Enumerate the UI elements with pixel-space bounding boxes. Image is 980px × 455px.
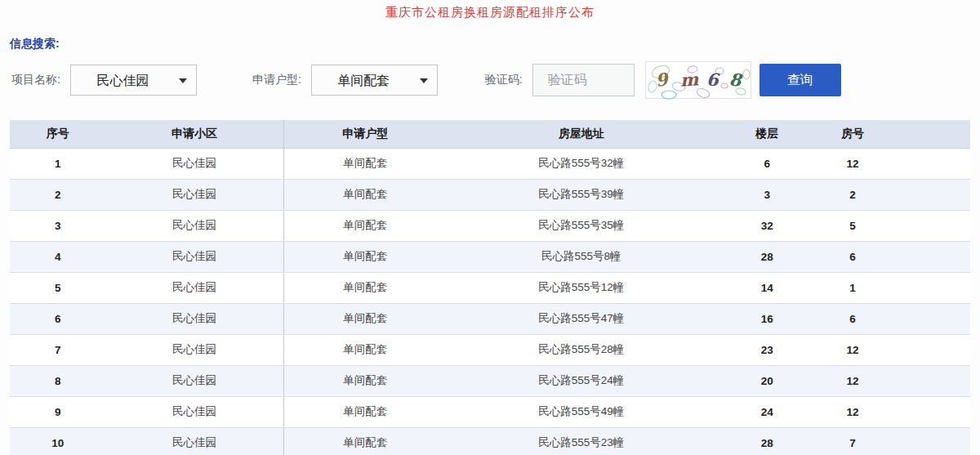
cell-address: 民心路555号47幢 (447, 303, 715, 334)
cell-floor: 23 (715, 334, 818, 365)
cell-unit-type: 单间配套 (283, 179, 447, 210)
table-row: 2民心佳园单间配套民心路555号39幢32 (10, 179, 970, 210)
cell-address: 民心路555号23幢 (447, 427, 715, 455)
column-header-unit-type: 申请户型 (283, 120, 447, 148)
table-row: 7民心佳园单间配套民心路555号28幢2312 (10, 334, 970, 365)
captcha-image[interactable]: 9m68 (645, 61, 751, 99)
cell-room: 5 (818, 210, 886, 241)
cell-index: 10 (10, 427, 106, 455)
cell-filler (887, 210, 970, 241)
cell-filler (887, 148, 970, 179)
cell-community: 民心佳园 (106, 396, 284, 427)
column-header-room: 房号 (818, 120, 886, 148)
captcha-text: 9m68 (646, 62, 751, 98)
cell-address: 民心路555号8幢 (447, 241, 715, 272)
cell-index: 3 (10, 210, 106, 241)
cell-filler (887, 179, 970, 210)
table-row: 4民心佳园单间配套民心路555号8幢286 (10, 241, 970, 272)
cell-index: 6 (10, 303, 106, 334)
captcha-input[interactable] (532, 64, 635, 96)
cell-unit-type: 单间配套 (283, 272, 447, 303)
cell-community: 民心佳园 (106, 334, 284, 365)
cell-unit-type: 单间配套 (283, 148, 447, 179)
cell-index: 1 (10, 148, 106, 179)
captcha-char: 9 (654, 69, 669, 91)
cell-room: 7 (818, 427, 886, 455)
table-row: 8民心佳园单间配套民心路555号24幢2012 (10, 365, 970, 396)
unit-type-label: 申请户型: (252, 73, 301, 87)
cell-filler (887, 303, 970, 334)
cell-filler (887, 396, 970, 427)
table-row: 9民心佳园单间配套民心路555号49幢2412 (10, 396, 970, 427)
cell-floor: 24 (715, 396, 818, 427)
search-section-label: 信息搜索: (10, 37, 980, 51)
cell-community: 民心佳园 (106, 148, 284, 179)
cell-room: 12 (818, 365, 886, 396)
table-row: 3民心佳园单间配套民心路555号35幢325 (10, 210, 970, 241)
query-button[interactable]: 查询 (760, 64, 841, 96)
cell-index: 7 (10, 334, 106, 365)
table-row: 5民心佳园单间配套民心路555号12幢141 (10, 272, 970, 303)
column-header-address: 房屋地址 (447, 120, 715, 148)
unit-type-select[interactable]: 单间配套 (311, 65, 438, 96)
cell-community: 民心佳园 (106, 303, 284, 334)
cell-unit-type: 单间配套 (283, 334, 447, 365)
cell-index: 9 (10, 396, 106, 427)
cell-address: 民心路555号24幢 (447, 365, 715, 396)
cell-index: 8 (10, 365, 106, 396)
cell-floor: 32 (715, 210, 818, 241)
results-table-wrap: 序号申请小区申请户型房屋地址楼层房号 1民心佳园单间配套民心路555号32幢61… (10, 120, 970, 455)
cell-filler (887, 334, 970, 365)
cell-community: 民心佳园 (106, 179, 284, 210)
cell-floor: 6 (715, 148, 818, 179)
captcha-char: m (679, 69, 699, 90)
cell-index: 2 (10, 179, 106, 210)
cell-room: 6 (818, 241, 886, 272)
cell-floor: 20 (715, 365, 818, 396)
cell-floor: 16 (715, 303, 818, 334)
unit-type-select-wrap: 单间配套 (311, 65, 438, 96)
captcha-char: 6 (706, 69, 718, 90)
table-row: 6民心佳园单间配套民心路555号47幢166 (10, 303, 970, 334)
cell-unit-type: 单间配套 (283, 210, 447, 241)
cell-community: 民心佳园 (106, 365, 284, 396)
cell-address: 民心路555号28幢 (447, 334, 715, 365)
cell-filler (887, 272, 970, 303)
project-name-select[interactable]: 民心佳园 (70, 65, 197, 96)
cell-address: 民心路555号39幢 (447, 179, 715, 210)
cell-room: 2 (818, 179, 886, 210)
captcha-char: 8 (728, 69, 742, 90)
column-header-floor: 楼层 (715, 120, 818, 148)
cell-room: 6 (818, 303, 886, 334)
cell-address: 民心路555号12幢 (447, 272, 715, 303)
cell-unit-type: 单间配套 (283, 365, 447, 396)
cell-room: 12 (818, 396, 886, 427)
table-row: 10民心佳园单间配套民心路555号23幢287 (10, 427, 970, 455)
cell-unit-type: 单间配套 (283, 241, 447, 272)
cell-community: 民心佳园 (106, 241, 284, 272)
cell-filler (887, 241, 970, 272)
cell-unit-type: 单间配套 (283, 396, 447, 427)
cell-index: 5 (10, 272, 106, 303)
cell-index: 4 (10, 241, 106, 272)
cell-floor: 3 (715, 179, 818, 210)
cell-unit-type: 单间配套 (283, 303, 447, 334)
cell-community: 民心佳园 (106, 427, 284, 455)
column-header-filler (887, 120, 970, 148)
column-header-community: 申请小区 (106, 120, 284, 148)
cell-floor: 28 (715, 427, 818, 455)
cell-filler (887, 427, 970, 455)
project-name-label: 项目名称: (11, 73, 60, 87)
project-name-select-wrap: 民心佳园 (70, 65, 197, 96)
cell-address: 民心路555号32幢 (447, 148, 715, 179)
table-row: 1民心佳园单间配套民心路555号32幢612 (10, 148, 970, 179)
cell-room: 12 (818, 148, 886, 179)
page-title: 重庆市公租房换租房源配租排序公布 (0, 0, 980, 20)
cell-unit-type: 单间配套 (283, 427, 447, 455)
results-table: 序号申请小区申请户型房屋地址楼层房号 1民心佳园单间配套民心路555号32幢61… (10, 120, 970, 455)
cell-address: 民心路555号35幢 (447, 210, 715, 241)
cell-floor: 14 (715, 272, 818, 303)
cell-filler (887, 365, 970, 396)
cell-room: 1 (818, 272, 886, 303)
search-form: 项目名称: 民心佳园 申请户型: 单间配套 验证码: 9m68 查 (11, 61, 980, 99)
